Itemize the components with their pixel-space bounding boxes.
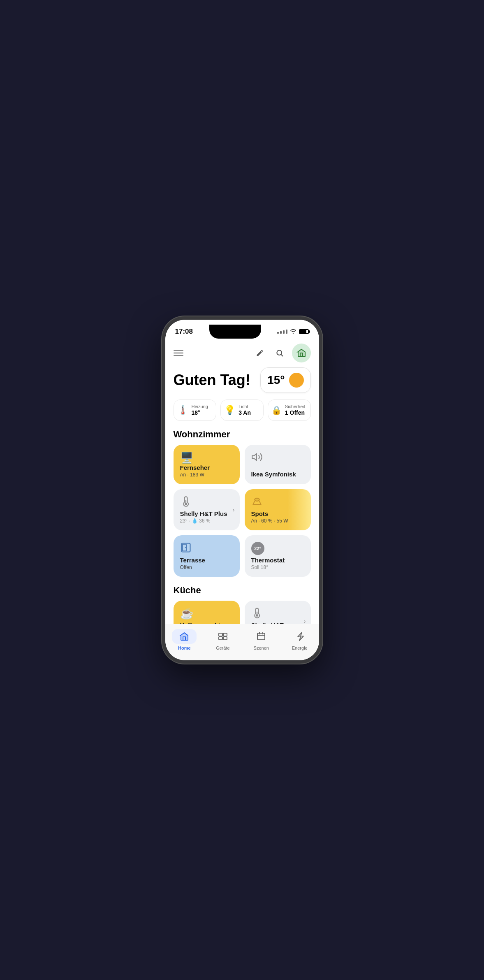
menu-button[interactable] (174, 350, 183, 356)
thermostat-card[interactable]: 22° Thermostat Soll 18° (245, 535, 311, 577)
sicherheit-value: 1 Offen (285, 409, 305, 416)
nav-geraete-icon-wrap (211, 629, 235, 644)
heizung-value: 18° (192, 409, 200, 416)
battery-icon (299, 329, 309, 334)
nav-energie-label: Energie (292, 646, 308, 650)
thermometer-icon (180, 496, 192, 507)
terrasse-name: Terrasse (180, 557, 233, 564)
svg-point-4 (255, 498, 259, 501)
kaffeemaschine-card[interactable]: ☕ Kaffeemaschine An (174, 601, 240, 624)
door-icon (180, 542, 192, 553)
shelly-kuche-name: Shelly H&T (251, 622, 304, 624)
svg-rect-14 (257, 633, 265, 640)
nav-home-icon (179, 632, 189, 641)
home-button[interactable] (292, 344, 311, 362)
svg-rect-10 (219, 633, 222, 636)
heizung-label: Heizung (192, 404, 208, 409)
nav-scenes-icon (256, 632, 266, 641)
shelly-kuche-chevron: › (304, 618, 306, 624)
speaker-icon (251, 451, 263, 463)
shelly-kuche-card[interactable]: Shelly H&T 26.3° · 💧 32 % › (245, 601, 311, 624)
spots-icon (251, 496, 304, 510)
wohnzimmer-title: Wohnzimmer (165, 426, 319, 445)
weather-temp: 15° (267, 374, 285, 387)
terrasse-icon (180, 542, 233, 556)
fernseher-status: An · 183 W (180, 472, 233, 478)
greeting-row: Guten Tag! 15° (165, 364, 319, 398)
sicherheit-label: Sicherheit (285, 404, 305, 409)
status-bar: 17:08 (165, 320, 319, 340)
house-icon (296, 348, 306, 358)
nav-geraete[interactable]: Geräte (204, 627, 242, 652)
menu-line-3 (174, 355, 183, 356)
wohnzimmer-grid: 🖥️ Fernseher An · 183 W (165, 445, 319, 582)
notch (209, 325, 261, 339)
fernseher-icon: 🖥️ (180, 451, 233, 464)
ikea-icon (251, 451, 304, 466)
kaffeemaschine-icon: ☕ (180, 607, 233, 620)
nav-energie-icon-wrap (287, 629, 312, 644)
phone-frame: 17:08 (162, 316, 322, 664)
fernseher-name: Fernseher (180, 464, 233, 471)
top-right-icons (252, 344, 311, 362)
sicherheit-card[interactable]: 🔒 Sicherheit 1 Offen (268, 399, 311, 421)
shelly-wohnzimmer-name: Shelly H&T Plus (180, 510, 233, 517)
nav-devices-icon (218, 632, 228, 641)
shelly-wohnzimmer-chevron: › (233, 506, 235, 513)
terrasse-status: Offen (180, 564, 233, 570)
nav-home[interactable]: Home (165, 627, 204, 652)
nav-home-label: Home (178, 646, 191, 650)
heizung-card[interactable]: 🌡️ Heizung 18° (174, 399, 217, 421)
status-time: 17:08 (175, 327, 193, 336)
svg-point-7 (185, 547, 186, 548)
fernseher-card[interactable]: 🖥️ Fernseher An · 183 W (174, 445, 240, 484)
thermostat-badge: 22° (251, 542, 264, 555)
ikea-name: Ikea Symfonisk (251, 471, 304, 478)
spotlight-icon (251, 496, 263, 507)
nav-energie[interactable]: Energie (280, 627, 319, 652)
wifi-icon (290, 329, 296, 334)
spots-status: An · 60 % · 55 W (251, 518, 304, 524)
kuche-grid: ☕ Kaffeemaschine An (165, 601, 319, 624)
thermostat-name: Thermostat (251, 557, 304, 564)
weather-badge: 15° (260, 367, 310, 393)
terrasse-card[interactable]: Terrasse Offen (174, 535, 240, 577)
search-button[interactable] (272, 346, 287, 360)
spots-name: Spots (251, 510, 304, 517)
svg-rect-12 (219, 637, 222, 640)
top-bar (165, 340, 319, 364)
shelly-wohnzimmer-card[interactable]: Shelly H&T Plus 23° · 💧 36 % › (174, 489, 240, 530)
licht-card[interactable]: 💡 Licht 3 An (220, 399, 264, 421)
sun-icon (289, 373, 304, 388)
edit-button[interactable] (252, 346, 267, 360)
svg-rect-11 (223, 633, 227, 636)
shelly-wohnzimmer-status: 23° · 💧 36 % (180, 518, 233, 524)
nav-geraete-label: Geräte (216, 646, 230, 650)
menu-line-1 (174, 350, 183, 351)
shelly-icon (180, 496, 233, 510)
greeting-text: Guten Tag! (174, 372, 250, 388)
licht-value: 3 An (239, 409, 251, 416)
svg-rect-13 (223, 637, 227, 640)
spots-card[interactable]: Spots An · 60 % · 55 W (245, 489, 311, 530)
svg-line-1 (281, 355, 283, 356)
pencil-icon (256, 349, 264, 357)
phone-screen: 17:08 (165, 320, 319, 660)
thermometer-kuche-icon (251, 607, 263, 619)
thermostat-status: Soll 18° (251, 564, 304, 570)
ikea-card[interactable]: Ikea Symfonisk (245, 445, 311, 484)
nav-szenen[interactable]: Szenen (242, 627, 281, 652)
status-icons (277, 329, 309, 334)
shelly-kuche-icon (251, 607, 304, 622)
summary-row: 🌡️ Heizung 18° 💡 Licht 3 An 🔒 (165, 398, 319, 426)
nav-szenen-label: Szenen (254, 646, 269, 650)
nav-szenen-icon-wrap (249, 629, 273, 644)
nav-home-icon-wrap (172, 629, 197, 644)
signal-icon (277, 330, 287, 334)
kaffeemaschine-name: Kaffeemaschine (180, 622, 233, 624)
nav-energy-icon (295, 632, 305, 641)
scroll-content[interactable]: Guten Tag! 15° 🌡️ Heizung 18° 💡 (165, 340, 319, 624)
kuche-title: Küche (165, 582, 319, 601)
bottom-nav: Home Geräte (165, 624, 319, 660)
licht-label: Licht (239, 404, 251, 409)
